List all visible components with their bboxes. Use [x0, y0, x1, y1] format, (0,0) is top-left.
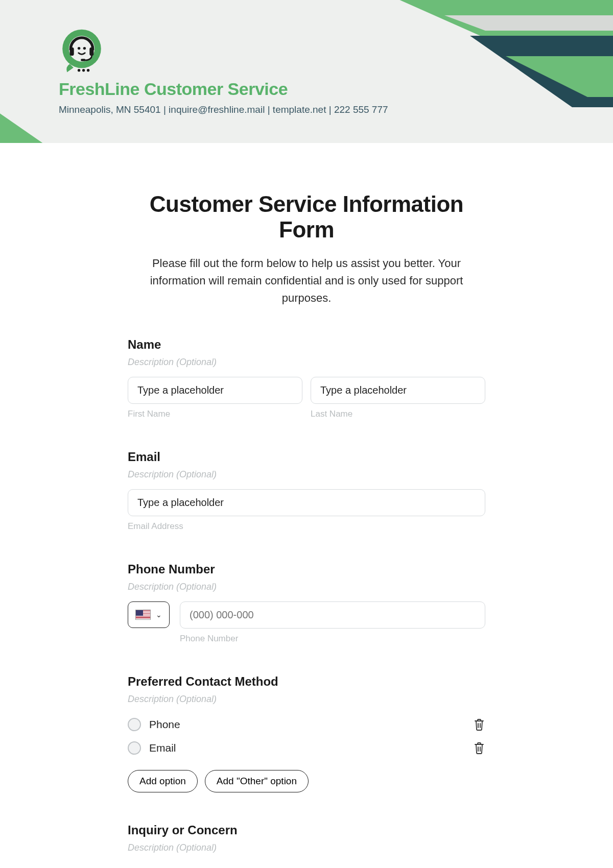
company-name: FreshLine Customer Service	[59, 79, 613, 99]
name-label: Name	[128, 337, 485, 352]
svg-point-10	[78, 47, 80, 50]
brand-block: FreshLine Customer Service Minneapolis, …	[59, 28, 613, 115]
form-title: Customer Service Information Form	[128, 191, 485, 243]
form-container: Customer Service Information Form Please…	[72, 143, 541, 868]
section-contact-method: Preferred Contact Method Description (Op…	[128, 674, 485, 792]
company-contact-line: Minneapolis, MN 55401 | inquire@freshlin…	[59, 104, 613, 115]
option-row-email: Email	[128, 736, 485, 760]
country-code-selector[interactable]: ⌄	[128, 601, 170, 628]
svg-point-13	[78, 69, 80, 71]
option-row-phone: Phone	[128, 713, 485, 736]
last-name-sublabel: Last Name	[311, 409, 485, 419]
section-name: Name Description (Optional) First Name L…	[128, 337, 485, 419]
name-description[interactable]: Description (Optional)	[128, 357, 485, 368]
phone-input[interactable]	[180, 601, 485, 629]
phone-sublabel: Phone Number	[180, 634, 485, 644]
svg-point-14	[82, 69, 85, 71]
form-intro: Please fill out the form below to help u…	[128, 255, 485, 307]
add-option-button[interactable]: Add option	[128, 770, 198, 792]
option-label-email[interactable]: Email	[149, 742, 176, 754]
email-sublabel: Email Address	[128, 521, 485, 532]
svg-point-15	[87, 69, 89, 71]
radio-phone[interactable]	[128, 718, 141, 731]
trash-icon[interactable]	[473, 718, 485, 731]
contact-method-description[interactable]: Description (Optional)	[128, 694, 485, 705]
us-flag-icon	[135, 610, 151, 620]
trash-icon[interactable]	[473, 741, 485, 755]
svg-rect-9	[89, 47, 93, 56]
email-input[interactable]	[128, 489, 485, 516]
email-description[interactable]: Description (Optional)	[128, 469, 485, 480]
page-header: FreshLine Customer Service Minneapolis, …	[0, 0, 613, 143]
svg-rect-12	[81, 59, 85, 61]
last-name-input[interactable]	[311, 377, 485, 404]
contact-method-label: Preferred Contact Method	[128, 674, 485, 689]
headset-chat-icon	[59, 28, 105, 74]
inquiry-label: Inquiry or Concern	[128, 823, 485, 837]
add-other-option-button[interactable]: Add "Other" option	[205, 770, 309, 792]
svg-point-11	[83, 47, 86, 50]
svg-rect-8	[70, 47, 74, 56]
email-label: Email	[128, 450, 485, 464]
radio-email[interactable]	[128, 741, 141, 755]
phone-label: Phone Number	[128, 562, 485, 576]
first-name-sublabel: First Name	[128, 409, 302, 419]
section-phone: Phone Number Description (Optional) ⌄ Ph…	[128, 562, 485, 644]
option-label-phone[interactable]: Phone	[149, 718, 180, 731]
section-inquiry: Inquiry or Concern Description (Optional…	[128, 823, 485, 853]
inquiry-description[interactable]: Description (Optional)	[128, 842, 485, 853]
section-email: Email Description (Optional) Email Addre…	[128, 450, 485, 532]
phone-description[interactable]: Description (Optional)	[128, 582, 485, 592]
chevron-down-icon: ⌄	[156, 611, 162, 619]
first-name-input[interactable]	[128, 377, 302, 404]
